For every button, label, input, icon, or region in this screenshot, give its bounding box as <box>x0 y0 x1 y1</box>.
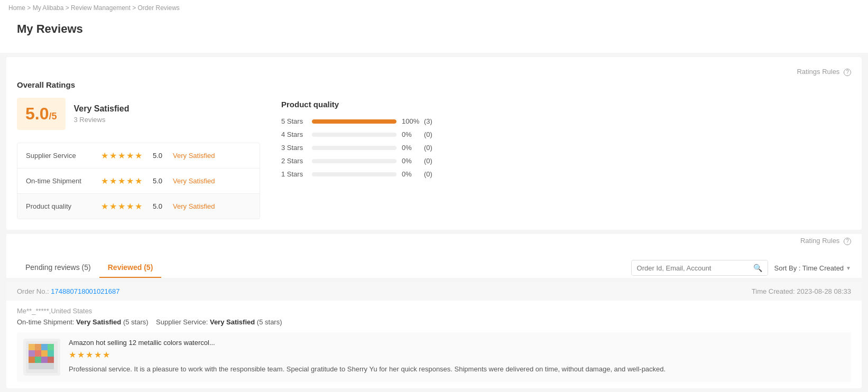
shipment-label: On-time Shipment <box>26 177 95 185</box>
score-label: Very Satisfied <box>74 104 130 114</box>
rating-row-supplier: Supplier Service ★ ★ ★ ★ ★ 5.0 Very Sati… <box>17 143 260 169</box>
bar-track-5 <box>312 119 396 124</box>
sort-by[interactable]: Sort By : Time Created ▼ <box>774 264 851 272</box>
svg-rect-8 <box>48 350 54 357</box>
page-title: My Reviews <box>8 16 860 44</box>
svg-rect-5 <box>29 350 35 357</box>
ratings-rules-top[interactable]: Ratings Rules ? <box>17 68 851 76</box>
right-panel: Product quality 5 Stars 100% (3) 4 Stars <box>281 98 851 178</box>
svg-rect-4 <box>48 344 54 350</box>
svg-rect-2 <box>35 344 41 350</box>
star-bars: 5 Stars 100% (3) 4 Stars 0% (0) <box>281 117 851 178</box>
tabs: Pending reviews (5) Reviewed (5) <box>17 258 161 278</box>
bar-fill-5 <box>312 119 396 124</box>
svg-rect-7 <box>41 350 48 357</box>
rating-rows: Supplier Service ★ ★ ★ ★ ★ 5.0 Very Sati… <box>17 143 260 219</box>
product-review: Amazon hot selling 12 metallic colors wa… <box>17 332 851 382</box>
bar-row-2: 2 Stars 0% (0) <box>281 157 851 165</box>
breadcrumb-current: Order Reviews <box>138 4 180 12</box>
bar-track-3 <box>312 146 396 150</box>
sort-chevron-icon: ▼ <box>846 265 851 271</box>
supplier-stars: ★ ★ ★ ★ ★ <box>101 151 142 161</box>
order-buyer-meta: Me**_*****,United States <box>17 307 851 315</box>
rating-row-quality: Product quality ★ ★ ★ ★ ★ 5.0 Very Satis… <box>17 194 260 219</box>
score-box: 5.0/5 Very Satisfied 3 Reviews <box>17 98 260 130</box>
product-quality-title: Product quality <box>281 100 851 109</box>
order-header: Order No.: 174880718001021687 Time Creat… <box>6 282 862 301</box>
bar-track-4 <box>312 133 396 137</box>
score-reviews: 3 Reviews <box>74 116 130 124</box>
rating-rules-help-icon-bottom[interactable]: ? <box>844 238 851 245</box>
order-number-link[interactable]: 174880718001021687 <box>51 287 119 295</box>
order-body: Me**_*****,United States On-time Shipmen… <box>6 301 862 388</box>
product-stars: ★ ★ ★ ★ ★ <box>69 350 845 360</box>
bar-row-5: 5 Stars 100% (3) <box>281 117 851 125</box>
tab-pending[interactable]: Pending reviews (5) <box>17 258 99 278</box>
svg-rect-13 <box>29 363 54 369</box>
breadcrumb: Home > My Alibaba > Review Management > … <box>0 0 868 16</box>
product-info: Amazon hot selling 12 metallic colors wa… <box>69 339 845 376</box>
svg-rect-6 <box>35 350 41 357</box>
tabs-search-bar: Pending reviews (5) Reviewed (5) 🔍 Sort … <box>6 251 862 278</box>
shipment-stars: ★ ★ ★ ★ ★ <box>101 176 142 186</box>
quality-stars: ★ ★ ★ ★ ★ <box>101 201 142 211</box>
left-panel: 5.0/5 Very Satisfied 3 Reviews Supplier … <box>17 98 260 219</box>
overall-ratings-card: Ratings Rules ? Overall Ratings 5.0/5 Ve… <box>6 57 862 230</box>
search-box: 🔍 <box>631 260 768 276</box>
product-review-text: Professional service. It is a pleasure t… <box>69 364 845 375</box>
rating-rules-bottom[interactable]: Rating Rules ? <box>800 237 851 245</box>
overall-ratings-title: Overall Ratings <box>17 80 851 89</box>
ratings-content: 5.0/5 Very Satisfied 3 Reviews Supplier … <box>17 98 851 219</box>
search-icon[interactable]: 🔍 <box>748 260 768 275</box>
supplier-label: Supplier Service <box>26 152 95 160</box>
bar-row-3: 3 Stars 0% (0) <box>281 144 851 152</box>
product-name: Amazon hot selling 12 metallic colors wa… <box>69 339 845 347</box>
bar-track-2 <box>312 159 396 163</box>
product-thumbnail <box>23 339 60 376</box>
svg-rect-12 <box>48 357 54 363</box>
svg-rect-10 <box>35 357 41 363</box>
ratings-rules-help-icon[interactable]: ? <box>844 69 851 76</box>
svg-rect-11 <box>41 357 48 363</box>
bar-row-4: 4 Stars 0% (0) <box>281 130 851 138</box>
search-input[interactable] <box>632 261 748 275</box>
search-sort: 🔍 Sort By : Time Created ▼ <box>631 260 851 276</box>
svg-rect-1 <box>29 344 35 350</box>
score-display: 5.0/5 <box>17 98 66 130</box>
breadcrumb-home[interactable]: Home <box>8 4 25 12</box>
quality-label: Product quality <box>26 202 95 210</box>
bar-row-1: 1 Stars 0% (0) <box>281 170 851 178</box>
order-card: Order No.: 174880718001021687 Time Creat… <box>6 282 862 388</box>
tab-reviewed[interactable]: Reviewed (5) <box>99 258 162 278</box>
breadcrumb-review-management[interactable]: Review Management <box>71 4 131 12</box>
order-number: Order No.: 174880718001021687 <box>17 287 119 295</box>
bar-track-1 <box>312 172 396 176</box>
breadcrumb-myalibaba[interactable]: My Alibaba <box>33 4 64 12</box>
svg-rect-9 <box>29 357 35 363</box>
svg-rect-3 <box>41 344 48 350</box>
order-ratings: On-time Shipment: Very Satisfied (5 star… <box>17 318 851 326</box>
rating-row-shipment: On-time Shipment ★ ★ ★ ★ ★ 5.0 Very Sati… <box>17 169 260 194</box>
order-time: Time Created: 2023-08-28 08:33 <box>752 287 851 295</box>
